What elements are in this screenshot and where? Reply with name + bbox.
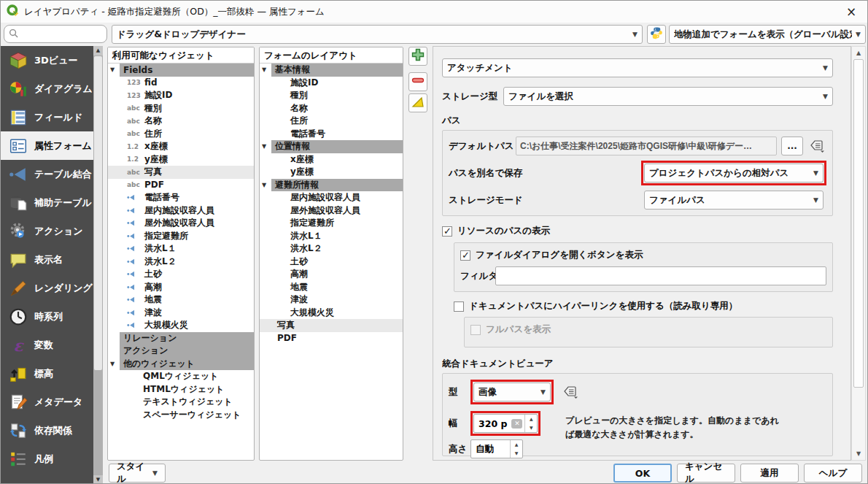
sidebar-item-variables[interactable]: ε変数 — [1, 331, 103, 359]
form-display-combo[interactable]: 地物追加でフォームを表示（グローバル設定） — [669, 25, 866, 44]
storage-type-combo[interactable]: ファイルを選択 — [503, 87, 833, 106]
search-box[interactable] — [4, 25, 107, 43]
python-init-button[interactable] — [647, 25, 666, 44]
scrollbar-thumb[interactable] — [94, 56, 102, 370]
widget-field-item[interactable]: 洪水L２ — [108, 256, 254, 269]
scroll-down-icon[interactable]: ▼ — [93, 475, 103, 484]
widgets-group-header[interactable]: リレーション — [108, 332, 254, 345]
sidebar-item-metadata[interactable]: メタデータ — [1, 388, 103, 416]
apply-button[interactable]: 適用 — [740, 464, 799, 483]
layout-field-item[interactable]: 地震 — [260, 281, 403, 294]
designer-combo[interactable]: ドラッグ&ドロップデザイナー — [112, 25, 643, 44]
layout-group-header[interactable]: 位置情報 — [260, 140, 403, 153]
layout-field-item[interactable]: 洪水L２ — [260, 242, 403, 256]
widget-field-item[interactable]: 洪水L１ — [108, 242, 254, 256]
widget-field-item[interactable]: 津波 — [108, 307, 254, 320]
edit-item-button[interactable] — [408, 93, 427, 112]
settings-scrollbar[interactable]: ▲ ▼ — [851, 46, 866, 461]
spin-up-icon[interactable] — [525, 415, 537, 423]
scroll-up-icon[interactable]: ▲ — [93, 46, 103, 55]
sidebar-item-dependencies[interactable]: 依存関係 — [1, 416, 103, 445]
widget-other-item[interactable]: テキストウィジェット — [108, 396, 254, 409]
ok-button[interactable]: OK — [613, 464, 672, 483]
layout-top-item[interactable]: 写真 — [260, 319, 403, 332]
layout-field-item[interactable]: 洪水L１ — [260, 230, 403, 243]
layout-top-item[interactable]: PDF — [260, 332, 403, 345]
widget-field-item[interactable]: 地震 — [108, 293, 254, 307]
sidebar-scrollbar[interactable]: ▲ ▼ — [93, 46, 103, 484]
layout-field-item[interactable]: 施設ID — [260, 77, 403, 90]
layout-field-item[interactable]: 土砂 — [260, 256, 403, 269]
sidebar-item-display-name[interactable]: 表示名 — [1, 245, 103, 274]
filter-field[interactable] — [495, 266, 826, 285]
height-spinbox[interactable]: 自動 — [470, 439, 523, 458]
sidebar-item-fields[interactable]: フィールド — [1, 103, 103, 131]
widget-field-item[interactable]: 屋外施設収容人員 — [108, 217, 254, 230]
layout-field-item[interactable]: 名称 — [260, 102, 403, 115]
search-input[interactable] — [18, 28, 94, 40]
sidebar-item-diagrams[interactable]: ダイアグラム — [1, 74, 103, 103]
sidebar-item-attributes-form[interactable]: 属性フォーム — [1, 131, 103, 160]
storage-mode-combo[interactable]: ファイルパス — [644, 191, 824, 210]
widgets-group-header[interactable]: アクション — [108, 345, 254, 358]
add-container-button[interactable] — [408, 47, 427, 66]
spin-down-icon[interactable] — [525, 423, 537, 432]
sidebar-item-rendering[interactable]: レンダリング — [1, 274, 103, 302]
clear-value-icon[interactable] — [511, 419, 522, 429]
layout-field-item[interactable]: 住所 — [260, 115, 403, 128]
layout-field-item[interactable]: x座標 — [260, 153, 403, 166]
spinner-buttons[interactable] — [510, 440, 522, 458]
widget-field-item[interactable]: abc写真 — [108, 166, 254, 179]
widgets-other-header[interactable]: 他のウィジェット — [108, 358, 254, 371]
sidebar-item-temporal[interactable]: 時系列 — [1, 302, 103, 331]
widget-field-item[interactable]: 土砂 — [108, 268, 254, 281]
expander-icon[interactable] — [110, 358, 115, 371]
layout-group-header[interactable]: 避難所情報 — [260, 179, 403, 192]
data-defined-override-icon[interactable] — [807, 138, 826, 154]
sidebar-item-legend[interactable]: 凡例 — [1, 445, 103, 473]
viewer-type-combo[interactable]: 画像 — [473, 383, 551, 402]
widget-field-item[interactable]: 1.2x座標 — [108, 140, 254, 153]
widget-field-item[interactable]: 1.2y座標 — [108, 153, 254, 166]
default-path-field[interactable] — [516, 137, 777, 155]
widget-field-item[interactable]: 大規模火災 — [108, 319, 254, 332]
spinner-buttons[interactable] — [524, 415, 537, 432]
widget-field-item[interactable]: 123fid — [108, 77, 254, 90]
widget-field-item[interactable]: 指定避難所 — [108, 230, 254, 243]
layout-field-item[interactable]: 高潮 — [260, 268, 403, 281]
expander-icon[interactable] — [262, 64, 266, 77]
layout-group-header[interactable]: 基本情報 — [260, 64, 403, 77]
widget-field-item[interactable]: abcPDF — [108, 179, 254, 192]
layout-field-item[interactable]: 種別 — [260, 89, 403, 102]
widget-field-item[interactable]: 高潮 — [108, 281, 254, 294]
layout-field-item[interactable]: y座標 — [260, 166, 403, 179]
layout-field-item[interactable]: 屋外施設収容人員 — [260, 204, 403, 218]
widget-other-item[interactable]: スペーサーウィジェット — [108, 409, 254, 422]
scroll-down-icon[interactable]: ▼ — [852, 448, 865, 459]
help-button[interactable]: ヘルプ — [804, 464, 862, 483]
sidebar-item-actions[interactable]: アクション — [1, 217, 103, 245]
widget-type-combo[interactable]: アタッチメント — [442, 58, 833, 77]
filter-input[interactable] — [496, 267, 826, 285]
style-menu-button[interactable]: スタイル — [109, 464, 166, 483]
widget-field-item[interactable]: abc住所 — [108, 128, 254, 141]
widget-field-item[interactable]: 123施設ID — [108, 89, 254, 102]
layout-field-item[interactable]: 大規模火災 — [260, 307, 403, 320]
close-button[interactable]: × — [841, 4, 861, 19]
scrollbar-thumb[interactable] — [853, 59, 864, 388]
scroll-up-icon[interactable]: ▲ — [852, 47, 865, 58]
save-path-as-combo[interactable]: プロジェクトパスからの相対パス — [644, 164, 824, 183]
sidebar-item-auxiliary-storage[interactable]: 補助テーブル — [1, 188, 103, 217]
show-resource-path-checkbox[interactable] — [442, 226, 452, 237]
show-file-dialog-checkbox[interactable] — [460, 250, 470, 261]
sidebar-item-view-3d[interactable]: 3Dビュー — [1, 46, 103, 74]
layout-field-item[interactable]: 屋内施設収容人員 — [260, 191, 403, 204]
width-spinbox[interactable]: 320 p — [473, 414, 538, 433]
sidebar-item-elevation[interactable]: 標高 — [1, 359, 103, 388]
spin-down-icon[interactable] — [511, 449, 522, 458]
cancel-button[interactable]: キャンセル — [677, 464, 735, 483]
layout-field-item[interactable]: 津波 — [260, 293, 403, 307]
data-defined-override-icon[interactable] — [561, 384, 580, 400]
widget-field-item[interactable]: 電話番号 — [108, 191, 254, 204]
layout-field-item[interactable]: 電話番号 — [260, 128, 403, 141]
